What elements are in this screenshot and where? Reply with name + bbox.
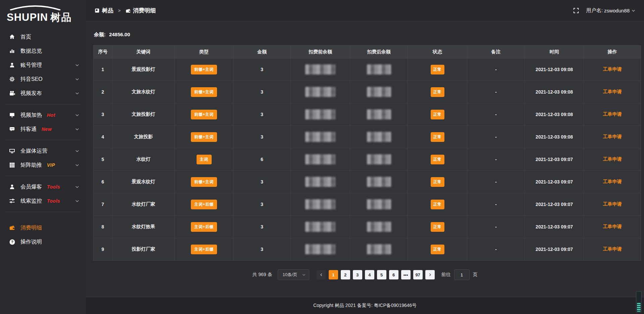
table-row: 6景观水纹灯前缀+主词3正常-2021-12-03 09:07工单申请 <box>94 171 641 193</box>
sidebar-item-抖音SEO[interactable]: 抖音SEO <box>0 72 86 86</box>
sidebar-item-label: 账号管理 <box>20 62 42 69</box>
breadcrumb-item-current[interactable]: 消费明细 <box>125 7 156 14</box>
cell-balance-after <box>350 171 408 193</box>
cell-status: 正常 <box>408 148 467 171</box>
chevron-down-icon <box>302 273 306 276</box>
cell-index: 1 <box>94 58 112 81</box>
chevron-down-icon <box>75 63 79 67</box>
work-order-link[interactable]: 工单申请 <box>603 66 622 72</box>
cell-status: 正常 <box>408 238 467 261</box>
sidebar-item-抖客通[interactable]: 抖客通New <box>0 122 86 136</box>
cell-action: 工单申请 <box>584 81 641 103</box>
sidebar-item-视频加热[interactable]: 视频加热Hot <box>0 108 86 122</box>
prev-page-button[interactable] <box>317 270 326 279</box>
work-order-link[interactable]: 工单申请 <box>603 111 622 117</box>
question-icon: ? <box>9 239 15 245</box>
cell-amount: 3 <box>233 216 291 238</box>
cell-index: 9 <box>94 238 112 261</box>
work-order-link[interactable]: 工单申请 <box>603 179 622 184</box>
page-button-6[interactable]: 6 <box>389 270 398 279</box>
sidebar-item-首页[interactable]: 首页 <box>0 30 86 44</box>
cell-action: 工单申请 <box>584 148 641 171</box>
sidebar-item-消费明细[interactable]: 消费明细 <box>0 221 86 235</box>
sidebar-item-badge: Tools <box>47 184 60 190</box>
sidebar-item-数据总览[interactable]: 数据总览 <box>0 44 86 58</box>
table-body: 1景观投影灯前缀+主词3正常-2021-12-03 09:08工单申请2文旅水纹… <box>94 58 641 261</box>
sidebar-item-矩阵助推[interactable]: 矩阵助推VIP <box>0 158 86 172</box>
goto-unit: 页 <box>473 272 478 278</box>
balance-line: 余额: 24856.00 <box>86 21 644 38</box>
page-button-1[interactable]: 1 <box>329 270 338 279</box>
sidebar-item-label: 会员爆客 <box>20 184 42 191</box>
work-order-link[interactable]: 工单申请 <box>603 156 622 162</box>
cell-keyword: 文旅水纹灯 <box>112 81 175 103</box>
cell-status: 正常 <box>408 126 467 148</box>
cell-balance-after <box>350 103 408 126</box>
page-button-4[interactable]: 4 <box>365 270 374 279</box>
page-button-5[interactable]: 5 <box>377 270 386 279</box>
status-badge: 正常 <box>431 177 444 187</box>
breadcrumb-label: 树品 <box>102 7 113 14</box>
type-badge: 前缀+主词 <box>191 65 217 74</box>
work-order-link[interactable]: 工单申请 <box>603 246 622 252</box>
table-row: 2文旅水纹灯前缀+主词3正常-2021-12-03 09:08工单申请 <box>94 81 641 103</box>
user-icon <box>9 62 15 68</box>
sidebar-item-线索监控[interactable]: 线索监控Tools <box>0 194 86 208</box>
work-order-link[interactable]: 工单申请 <box>603 224 622 229</box>
balance-value: 24856.00 <box>109 32 130 37</box>
redacted-balance-before <box>305 177 335 187</box>
cell-remark: - <box>467 171 525 193</box>
sidebar: SHUPIN 树品 首页数据总览账号管理抖音SEO视频发布视频加热Hot抖客通N… <box>0 0 86 314</box>
sidebar-item-会员爆客[interactable]: 会员爆客Tools <box>0 180 86 194</box>
cell-balance-before <box>291 193 350 216</box>
cell-status: 正常 <box>408 216 467 238</box>
page-button-97[interactable]: 97 <box>413 270 423 279</box>
sidebar-item-账号管理[interactable]: 账号管理 <box>0 58 86 72</box>
next-page-button[interactable] <box>425 270 435 279</box>
page-size-select[interactable]: 10条/页 <box>278 269 309 280</box>
total-count: 共 969 条 <box>252 272 272 278</box>
sidebar-item-label: 全媒体运营 <box>20 148 47 155</box>
cell-action: 工单申请 <box>584 193 641 216</box>
cell-amount: 3 <box>233 193 291 216</box>
sidebar-item-label: 矩阵助推 <box>20 162 42 169</box>
redacted-balance-before <box>305 109 335 119</box>
more-pages-button[interactable]: ••• <box>401 270 411 279</box>
column-header: 关键词 <box>112 46 175 58</box>
page-buttons: 123456•••97 <box>327 270 424 279</box>
cell-status: 正常 <box>408 58 467 81</box>
breadcrumb-item-home[interactable]: 树品 <box>95 7 113 14</box>
user-menu[interactable]: 用户名: zswodun88 <box>586 7 635 14</box>
status-badge: 正常 <box>431 245 444 254</box>
cell-amount: 3 <box>233 238 291 261</box>
side-float-widget[interactable] <box>636 291 642 313</box>
redacted-balance-before <box>305 244 335 254</box>
sidebar-item-全媒体运营[interactable]: 全媒体运营 <box>0 144 86 158</box>
work-order-link[interactable]: 工单申请 <box>603 134 622 139</box>
work-order-link[interactable]: 工单申请 <box>603 201 622 207</box>
page-button-2[interactable]: 2 <box>341 270 350 279</box>
cell-action: 工单申请 <box>584 126 641 148</box>
sidebar-item-badge: VIP <box>47 162 55 168</box>
chevron-down-icon <box>75 163 79 167</box>
topbar: 树品 > 消费明细 用户名: zswodun88 <box>86 0 644 21</box>
goto-page-input[interactable] <box>454 269 470 280</box>
work-order-link[interactable]: 工单申请 <box>603 89 622 94</box>
redacted-balance-after <box>367 87 391 97</box>
fullscreen-icon[interactable] <box>573 8 579 13</box>
main-content: 余额: 24856.00 序号关键词类型金额扣费前余额扣费后余额状态备注时间操作… <box>86 21 644 297</box>
column-header: 金额 <box>233 46 291 58</box>
sidebar-item-label: 线索监控 <box>20 198 42 205</box>
redacted-balance-after <box>367 244 391 254</box>
redacted-balance-before <box>305 222 335 232</box>
page-button-3[interactable]: 3 <box>353 270 362 279</box>
cell-type: 前缀+主词 <box>175 103 233 126</box>
sidebar-item-操作说明[interactable]: ?操作说明 <box>0 235 86 249</box>
cell-keyword: 投影灯厂家 <box>112 238 175 261</box>
cell-status: 正常 <box>408 81 467 103</box>
sidebar-item-badge: Tools <box>47 198 60 204</box>
sidebar-item-label: 数据总览 <box>20 48 42 55</box>
sidebar-item-视频发布[interactable]: 视频发布 <box>0 86 86 100</box>
cell-status: 正常 <box>408 103 467 126</box>
cell-keyword: 水纹灯效果 <box>112 216 175 238</box>
